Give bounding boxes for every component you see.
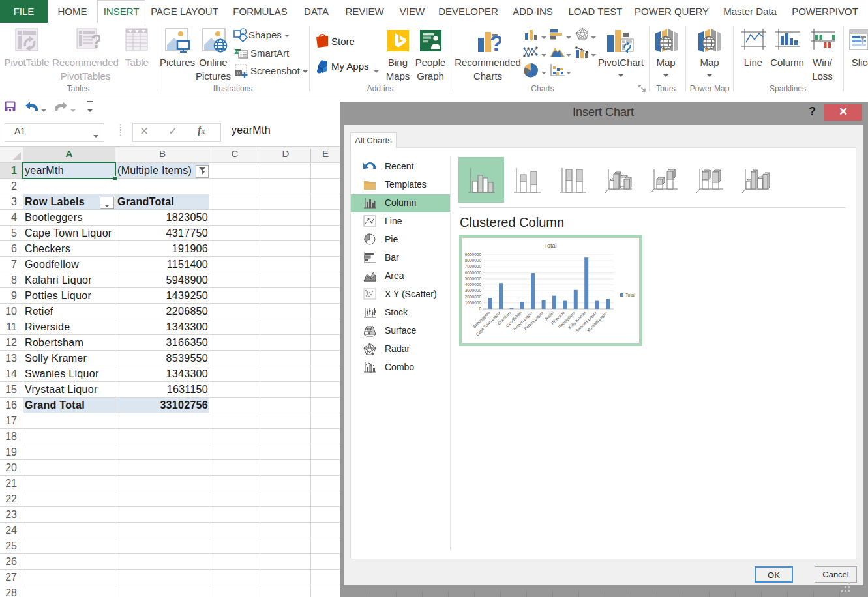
svg-text:2000000: 2000000 [465, 295, 482, 299]
svg-text:1000000: 1000000 [465, 300, 482, 305]
svg-text:6000000: 6000000 [465, 270, 482, 275]
svg-text:?: ? [91, 30, 100, 51]
svg-text:8000000: 8000000 [465, 258, 482, 263]
svg-text:Total: Total [544, 242, 556, 249]
svg-text:5000000: 5000000 [465, 276, 482, 281]
svg-text:?: ? [490, 31, 501, 55]
svg-text:Total: Total [625, 293, 635, 297]
svg-text:3000000: 3000000 [465, 288, 482, 293]
svg-text:7000000: 7000000 [465, 264, 482, 269]
svg-text:9000000: 9000000 [465, 252, 482, 257]
svg-text:0: 0 [479, 306, 481, 311]
svg-text:4000000: 4000000 [465, 282, 482, 287]
